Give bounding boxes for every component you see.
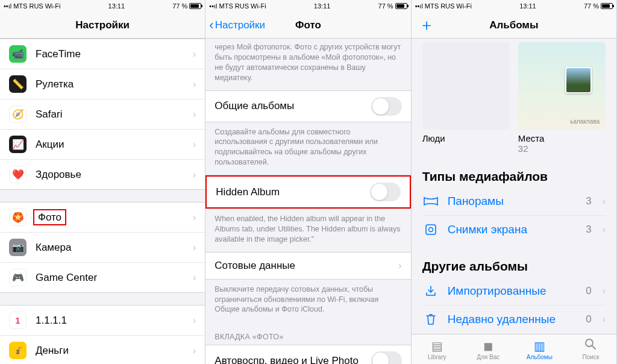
pane-photos-albums: ••ıl MTS RUS Wi-Fi 13:11 77 % ＋ Альбомы … bbox=[412, 0, 617, 364]
settings-item-health[interactable]: ❤️ Здоровье › bbox=[0, 160, 205, 189]
app-1111-icon: 1 bbox=[9, 312, 27, 329]
import-icon bbox=[422, 284, 439, 298]
settings-item-1111[interactable]: 1 1.1.1.1 › bbox=[0, 306, 205, 336]
media-type-screenshots[interactable]: Снимки экрана 3 › bbox=[422, 216, 606, 243]
shared-albums-group: Общие альбомы bbox=[205, 90, 410, 122]
wifi-label: Wi-Fi bbox=[456, 2, 472, 10]
settings-item-money[interactable]: 💰 Деньги › bbox=[0, 336, 205, 364]
signal-icon: ••ıl bbox=[209, 2, 217, 10]
navbar-title: Настройки bbox=[75, 19, 130, 31]
map-pin-icon bbox=[565, 67, 592, 93]
cellular-group: Сотовые данные › bbox=[205, 252, 410, 280]
svg-point-2 bbox=[586, 339, 593, 347]
battery-pct: 77 % bbox=[378, 2, 393, 10]
carrier-label: MTS RUS bbox=[219, 2, 249, 10]
cell-label: Автовоспр. видео и Live Photo bbox=[215, 355, 371, 364]
settings-item-facetime[interactable]: 📹 FaceTime › bbox=[0, 39, 205, 69]
album-recently-deleted[interactable]: Недавно удаленные 0 › bbox=[422, 306, 606, 333]
panorama-icon bbox=[422, 196, 439, 206]
signal-icon: ••ıl bbox=[4, 2, 11, 10]
settings-item-camera[interactable]: 📷 Камера › bbox=[0, 233, 205, 263]
album-imported[interactable]: Импортированные 0 › bbox=[422, 277, 606, 306]
albums-icon: ▥ bbox=[534, 339, 545, 353]
cell-label: Game Center bbox=[36, 272, 193, 284]
carrier-label: MTS RUS bbox=[425, 2, 455, 10]
stocks-icon: 📈 bbox=[9, 136, 27, 153]
chevron-right-icon: › bbox=[193, 212, 196, 223]
battery-icon bbox=[189, 3, 201, 9]
status-time: 13:11 bbox=[314, 2, 331, 10]
chevron-right-icon: › bbox=[603, 314, 606, 325]
chevron-right-icon: › bbox=[193, 49, 196, 60]
health-icon: ❤️ bbox=[9, 166, 27, 183]
cell-label: Общие альбомы bbox=[215, 100, 371, 112]
chevron-right-icon: › bbox=[603, 286, 606, 297]
measure-icon: 📏 bbox=[9, 75, 27, 93]
chevron-right-icon: › bbox=[193, 315, 196, 326]
tab-albums[interactable]: ▥ Альбомы bbox=[514, 334, 565, 364]
item-label: Панорамы bbox=[448, 195, 578, 208]
tab-search[interactable]: Поиск bbox=[565, 334, 616, 364]
hidden-album-toggle[interactable] bbox=[370, 183, 401, 201]
money-icon: 💰 bbox=[9, 342, 27, 359]
settings-group-a: 📹 FaceTime › 📏 Рулетка › 🧭 Safari › 📈 Ак… bbox=[0, 39, 205, 190]
svg-rect-0 bbox=[426, 225, 436, 234]
settings-item-stocks[interactable]: 📈 Акции › bbox=[0, 130, 205, 160]
battery-pct: 77 % bbox=[584, 2, 599, 10]
gamecenter-icon: 🎮 bbox=[9, 269, 27, 286]
status-bar: ••ıl MTS RUS Wi-Fi 13:11 77 % bbox=[0, 0, 205, 12]
facetime-icon: 📹 bbox=[9, 45, 27, 63]
photos-tab-header: ВКЛАДКА «ФОТО» bbox=[205, 322, 410, 345]
battery-icon bbox=[395, 3, 407, 9]
autoplay-toggle[interactable] bbox=[371, 351, 402, 364]
tab-library[interactable]: ▤ Library bbox=[412, 334, 463, 364]
tab-label: Для Вас bbox=[477, 354, 500, 360]
trash-icon bbox=[422, 313, 439, 326]
wifi-label: Wi-Fi bbox=[45, 2, 61, 10]
album-title: Места bbox=[518, 133, 606, 143]
tab-foryou[interactable]: ◼ Для Вас bbox=[463, 334, 514, 364]
shared-albums-toggle[interactable] bbox=[371, 97, 402, 116]
shared-albums-cell[interactable]: Общие альбомы bbox=[205, 91, 410, 122]
tab-label: Поиск bbox=[583, 354, 600, 360]
settings-item-photos[interactable]: 🏵️ Фото › bbox=[0, 202, 205, 233]
settings-item-safari[interactable]: 🧭 Safari › bbox=[0, 99, 205, 130]
autoplay-cell[interactable]: Автовоспр. видео и Live Photo bbox=[205, 345, 410, 364]
status-time: 13:11 bbox=[108, 2, 125, 10]
album-count: 32 bbox=[518, 143, 606, 154]
navbar-title: Фото bbox=[295, 19, 321, 31]
navbar-albums: ＋ Альбомы bbox=[412, 12, 616, 39]
album-people[interactable]: Люди bbox=[422, 42, 510, 154]
item-label: Недавно удаленные bbox=[448, 313, 578, 326]
battery-icon bbox=[601, 3, 613, 9]
album-places[interactable]: ьалаклава Места 32 bbox=[518, 42, 606, 154]
album-title: Люди bbox=[422, 133, 510, 143]
safari-icon: 🧭 bbox=[9, 105, 27, 123]
people-thumb bbox=[422, 42, 510, 130]
chevron-right-icon: › bbox=[603, 224, 606, 235]
hidden-album-cell[interactable]: Hidden Album bbox=[205, 175, 410, 209]
cell-label: Safari bbox=[36, 108, 193, 121]
chevron-left-icon: ‹ bbox=[209, 19, 213, 32]
places-thumb: ьалаклава bbox=[518, 42, 606, 130]
cellular-footer: Выключите передачу сотовых данных, чтобы… bbox=[205, 280, 410, 322]
media-type-panoramas[interactable]: Панорамы 3 › bbox=[422, 187, 606, 216]
item-label: Снимки экрана bbox=[448, 223, 578, 236]
chevron-right-icon: › bbox=[603, 196, 606, 207]
library-icon: ▤ bbox=[431, 339, 443, 353]
cellular-data-cell[interactable]: Сотовые данные › bbox=[205, 253, 410, 279]
chevron-right-icon: › bbox=[193, 345, 196, 356]
svg-line-3 bbox=[592, 346, 595, 349]
settings-item-gamecenter[interactable]: 🎮 Game Center › bbox=[0, 263, 205, 292]
add-album-button[interactable]: ＋ bbox=[419, 12, 434, 38]
pane-settings: ••ıl MTS RUS Wi-Fi 13:11 77 % Настройки … bbox=[0, 0, 205, 364]
other-albums-header: Другие альбомы bbox=[422, 259, 606, 274]
item-count: 0 bbox=[586, 313, 591, 325]
cell-label: Фото bbox=[36, 212, 193, 224]
navbar-photo-settings: ‹ Настройки Фото bbox=[205, 12, 410, 39]
back-label: Настройки bbox=[215, 19, 265, 31]
media-types-list: Панорамы 3 › Снимки экрана 3 › bbox=[422, 187, 606, 243]
settings-item-measure[interactable]: 📏 Рулетка › bbox=[0, 69, 205, 99]
highlight-box: Фото bbox=[33, 209, 66, 225]
back-button[interactable]: ‹ Настройки bbox=[209, 12, 265, 38]
